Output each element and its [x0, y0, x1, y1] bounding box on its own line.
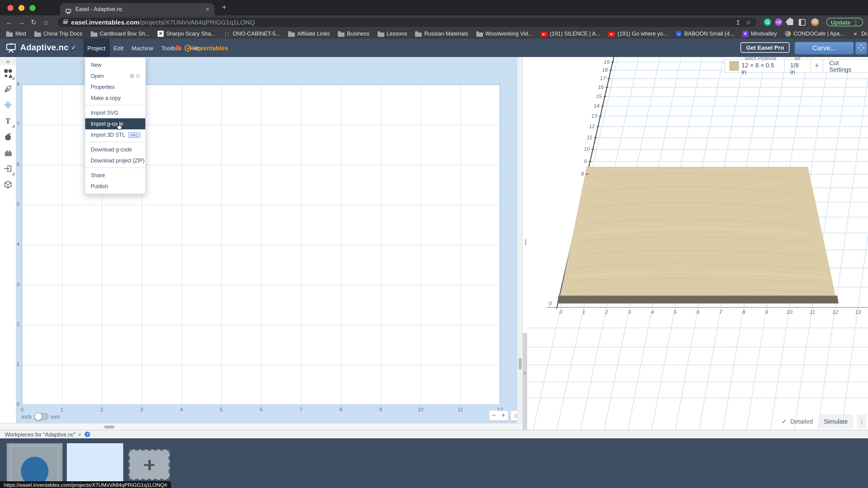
bookmark-item[interactable]: Cardboard Box Sh...	[90, 31, 150, 37]
design-toolbar: T	[0, 57, 17, 423]
bookmark-item[interactable]: Russian Materials	[415, 31, 468, 37]
window-zoom-button[interactable]	[29, 5, 36, 11]
address-bar[interactable]: easel.inventables.com/projects/X7UMxVA84…	[58, 18, 757, 27]
menu-item[interactable]: Machine	[127, 39, 158, 57]
h-scroll-thumb[interactable]	[104, 425, 115, 429]
chrome-update-button[interactable]: Update ⋮	[827, 18, 863, 26]
project-menu-item[interactable]: Import SVG	[85, 107, 145, 118]
favorite-star-icon[interactable]: ☆	[63, 44, 69, 52]
apple-icon	[4, 132, 12, 141]
bookmark-item[interactable]: (191) Go where yo...	[608, 31, 668, 37]
menu-item[interactable]: Project	[83, 39, 110, 57]
bookmark-item[interactable]: Woodworking Vid...	[476, 31, 532, 37]
workpieces-collapse-icon[interactable]: »	[77, 433, 83, 436]
bookmark-item[interactable]: Business	[338, 31, 369, 37]
back-icon[interactable]: ←	[5, 19, 13, 26]
material-section[interactable]: Birch Plywood 12 × 8 × 0.5 in	[725, 59, 784, 72]
project-menu-item[interactable]: Make a copy	[85, 93, 145, 103]
home-icon[interactable]: ⌂	[42, 19, 50, 26]
toggle-knob[interactable]	[34, 413, 42, 421]
menu-item-label: New	[91, 62, 101, 68]
3d-view-button[interactable]	[0, 177, 16, 192]
toolbar-collapse-button[interactable]	[0, 57, 16, 65]
bookmark-item[interactable]: China Trip Docs	[34, 31, 83, 37]
projects-brick-button[interactable]	[0, 145, 16, 161]
grammarly-extension-icon[interactable]: G	[764, 19, 771, 26]
carve-button[interactable]: Carve...	[795, 41, 854, 54]
divider-drag-handle[interactable]	[524, 239, 526, 245]
profile-avatar[interactable]	[811, 18, 819, 26]
unit-mm-label: mm	[51, 414, 60, 420]
language-reactor-extension-icon[interactable]: LR	[775, 19, 782, 26]
menu-item-shortcut: ⌘ O	[130, 73, 140, 79]
project-menu-item[interactable]: Publish	[85, 181, 145, 192]
ruler-x-tick: 5	[215, 406, 227, 413]
bookmark-item[interactable]: Dr. Guy Rowinski...	[852, 31, 868, 37]
browser-menu-icon[interactable]: ⋮	[853, 19, 859, 25]
url-text[interactable]: easel.inventables.com/projects/X7UMxVA84…	[71, 19, 731, 26]
bookmark-favicon-icon	[608, 32, 615, 36]
bookmark-favicon-icon	[338, 31, 344, 37]
zoom-in-button[interactable]: +	[499, 411, 508, 421]
detailed-label[interactable]: Detailed	[790, 418, 813, 425]
share-icon[interactable]: ↥	[736, 19, 741, 25]
zoom-out-button[interactable]: −	[489, 411, 499, 421]
bookmark-item[interactable]: ONO-CABINET-5...	[223, 31, 280, 37]
cut-settings-button[interactable]: Cut Settings	[822, 59, 868, 72]
forward-icon[interactable]: →	[17, 19, 26, 26]
bookmark-label: Dr. Guy Rowinski...	[861, 31, 868, 37]
clipart-library-button[interactable]	[0, 129, 16, 145]
side-panel-icon[interactable]	[799, 19, 806, 25]
bookmark-item[interactable]: Med	[6, 31, 26, 37]
bookmark-item[interactable]: Lessons	[377, 31, 407, 37]
window-minimize-button[interactable]	[19, 5, 25, 11]
new-tab-button[interactable]: +	[222, 2, 226, 12]
project-menu-item[interactable]: Import 3D STL PRO	[85, 129, 145, 141]
project-menu-item[interactable]: Open ⌘ O	[85, 70, 145, 82]
horizontal-scrollbar[interactable]	[0, 423, 522, 430]
jog-machine-button[interactable]	[855, 41, 867, 54]
browser-tab[interactable]: Easel - Adaptive.nc ✕	[60, 3, 215, 15]
project-menu-item[interactable]: Share	[85, 170, 145, 181]
bookmark-item[interactable]: BABOON Small (4...	[676, 31, 734, 37]
bookmark-item[interactable]: Mindvalley	[742, 31, 777, 37]
ruler-x-tick: 7	[295, 406, 307, 413]
preview-3d-panel[interactable]: 0123456789101112138910111213141516171819…	[522, 57, 868, 430]
add-bit-button[interactable]: +	[810, 59, 822, 72]
bit-section[interactable]: Bit 1/8 in	[784, 59, 810, 72]
bookmark-star-icon[interactable]: ☆	[746, 19, 751, 25]
preview-menu-button[interactable]: ⋮	[857, 415, 867, 429]
units-toggle[interactable]	[34, 413, 48, 420]
vertical-scrollbar[interactable]	[517, 57, 522, 423]
project-menu-item[interactable]: New	[85, 59, 145, 70]
menu-item[interactable]: Edit	[110, 39, 127, 57]
tab-close-icon[interactable]: ✕	[206, 6, 210, 12]
window-close-button[interactable]	[7, 5, 13, 11]
bookmark-item[interactable]: Affiliate Links	[288, 31, 330, 37]
collapse-panel-icon[interactable]: «	[524, 370, 526, 376]
bookmark-item[interactable]: CONDOCafe | Apa...	[785, 31, 844, 37]
bookmark-item[interactable]: Sharpo Scary Sha...	[158, 31, 215, 37]
simulate-button[interactable]: Simulate	[818, 415, 853, 429]
get-easel-pro-button[interactable]: Get Easel Pro	[741, 42, 789, 53]
reload-icon[interactable]: ↻	[29, 18, 38, 26]
v-scroll-thumb[interactable]	[518, 358, 521, 370]
detailed-check-icon[interactable]: ✓	[781, 418, 787, 425]
svg-text:T: T	[5, 117, 10, 125]
browser-tab-strip: Easel - Adaptive.nc ✕ +	[0, 0, 868, 15]
help-icon[interactable]: ?	[85, 432, 90, 437]
bookmark-item[interactable]: (191) SILENCE | A...	[541, 31, 600, 37]
add-workpiece-button[interactable]	[129, 449, 170, 480]
bookmark-favicon-icon	[476, 31, 483, 37]
origin-tool-button[interactable]	[0, 97, 16, 113]
ruler-y-tick: 5	[11, 201, 20, 207]
shapes-tool-button[interactable]	[0, 65, 16, 81]
svg-text:7: 7	[719, 309, 722, 315]
extensions-puzzle-icon[interactable]	[787, 19, 794, 25]
project-menu-item[interactable]: Download project (ZIP)	[85, 155, 145, 166]
project-menu-item[interactable]: Download g-code	[85, 144, 145, 155]
inventables-brand[interactable]: Inventables	[184, 39, 228, 57]
menu-item[interactable]: Toolbox	[158, 39, 186, 57]
panel-divider[interactable]: «	[522, 57, 527, 430]
project-menu-item[interactable]: Properties	[85, 82, 145, 93]
